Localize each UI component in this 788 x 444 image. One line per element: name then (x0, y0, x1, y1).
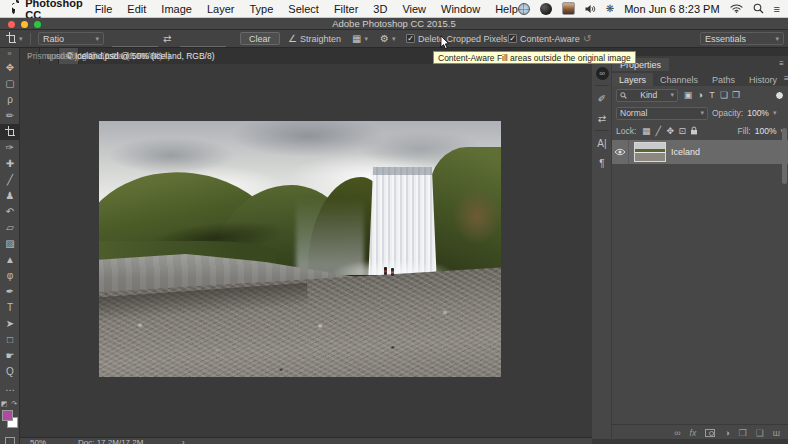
reset-crop-icon[interactable]: ↺ (583, 33, 591, 44)
app-status-icon[interactable] (540, 3, 552, 15)
canvas-area[interactable]: 50% Doc: 17.2M/17.2M › (20, 64, 592, 444)
filter-type-layers-icon[interactable]: T (706, 90, 718, 100)
menu-type[interactable]: Type (249, 3, 273, 15)
zoom-tool[interactable]: Q (0, 364, 20, 380)
character-panel[interactable]: A| (592, 133, 612, 153)
filter-adjustment-layers-icon[interactable]: ◑ (694, 90, 706, 100)
screen-mode-button[interactable] (5, 437, 15, 444)
workspace-switcher[interactable]: Essentials▾ (700, 32, 784, 45)
tab-layers[interactable]: Layers (612, 73, 653, 86)
crop-settings-button[interactable]: ⚙▾ (380, 33, 395, 44)
history-brush-tool[interactable]: ↶ (0, 204, 20, 220)
fan-menu-icon[interactable]: ❋ (606, 3, 614, 14)
swap-dimensions-icon[interactable]: ⇄ (163, 33, 171, 44)
filter-pixel-layers-icon[interactable]: ▣ (682, 90, 694, 100)
layer-filter-toggle[interactable] (775, 91, 784, 100)
fill-value[interactable]: 100% (755, 126, 777, 136)
clone-stamp-tool[interactable]: ♟ (0, 188, 20, 204)
menu-edit[interactable]: Edit (127, 3, 146, 15)
wifi-icon[interactable] (730, 4, 743, 13)
notification-center-icon[interactable]: ≡ (774, 3, 780, 15)
link-layers-icon[interactable]: ∞ (674, 428, 680, 438)
quick-selection-tool[interactable]: ✏ (0, 108, 20, 124)
straighten-button[interactable]: ∠ Straighten (288, 33, 341, 44)
content-aware-checkbox[interactable]: ✓ Content-Aware (508, 34, 580, 44)
type-tool[interactable]: T (0, 300, 20, 316)
edit-toolbar[interactable]: … (0, 380, 20, 396)
eraser-tool[interactable]: ▱ (0, 220, 20, 236)
move-tool[interactable]: ✥ (0, 60, 20, 76)
lock-image-pixels-icon[interactable]: ╱ (652, 126, 664, 137)
shape-tool[interactable]: □ (0, 332, 20, 348)
clear-button[interactable]: Clear (240, 32, 280, 45)
new-adjustment-layer-icon[interactable]: ◑ (724, 428, 729, 438)
document-tab-1[interactable]: ×Prism.psd @ 100% (Iceland, RGB/8#) (20, 48, 40, 64)
tab-paths[interactable]: Paths (705, 73, 742, 86)
zoom-level[interactable]: 50% (30, 438, 46, 444)
marquee-tool[interactable]: ▢ (0, 76, 20, 92)
dodge-tool[interactable]: φ (0, 268, 20, 284)
chevron-down-icon[interactable]: ▾ (773, 109, 777, 117)
brushes-panel[interactable]: ✐ (592, 88, 612, 108)
tab-channels[interactable]: Channels (653, 73, 705, 86)
lock-all-icon[interactable] (688, 126, 700, 137)
delete-layer-icon[interactable]: ш (773, 428, 780, 438)
add-layer-mask-icon[interactable] (705, 429, 715, 437)
menu-window[interactable]: Window (441, 3, 480, 15)
menu-3d[interactable]: 3D (373, 3, 387, 15)
new-layer-icon[interactable]: ❏ (756, 428, 764, 438)
lasso-tool[interactable]: ρ (0, 92, 20, 108)
clone-source-panel[interactable]: ⇄ (592, 108, 612, 128)
user-avatar-icon[interactable] (562, 2, 575, 15)
panel-menu-icon[interactable]: ≡ (784, 74, 788, 83)
lock-artboard-icon[interactable]: ⊡ (676, 126, 688, 137)
layer-style-icon[interactable]: fx (690, 428, 697, 438)
layer-visibility-toggle[interactable] (612, 140, 629, 164)
creative-cloud-panel[interactable]: ∞ (592, 63, 612, 83)
menu-view[interactable]: View (402, 3, 426, 15)
collapse-toolbar-button[interactable]: » (0, 49, 19, 58)
apple-menu-icon[interactable] (12, 3, 15, 14)
opacity-value[interactable]: 100% (747, 108, 769, 118)
spot-healing-tool[interactable]: ✚ (0, 156, 20, 172)
brush-tool[interactable]: ╱ (0, 172, 20, 188)
gradient-tool[interactable]: ▨ (0, 236, 20, 252)
menu-image[interactable]: Image (161, 3, 192, 15)
path-selection-tool[interactable]: ➤ (0, 316, 20, 332)
menu-layer[interactable]: Layer (207, 3, 235, 15)
paragraph-panel[interactable]: ¶ (592, 153, 612, 173)
pen-tool[interactable]: ✒ (0, 284, 20, 300)
panel-menu-icon[interactable]: ≡ (779, 59, 784, 68)
lock-transparent-pixels-icon[interactable]: ▦ (640, 126, 652, 137)
new-group-icon[interactable]: ❒ (739, 428, 747, 438)
lock-position-icon[interactable]: ✥ (664, 126, 676, 137)
crop-height-input[interactable] (180, 36, 226, 47)
crop-tool[interactable] (0, 124, 20, 140)
filter-shape-layers-icon[interactable]: ❏ (718, 90, 730, 100)
swatch-controls[interactable]: ◩ ↷ (0, 400, 19, 408)
crop-overlay-options[interactable]: ▦▾ (352, 33, 368, 44)
panel-scrollbar[interactable] (782, 128, 787, 184)
hand-tool[interactable]: ☛ (0, 348, 20, 364)
iceland-photo[interactable] (99, 121, 501, 377)
spotlight-search-icon[interactable] (753, 3, 764, 14)
foreground-color-swatch[interactable] (2, 410, 13, 421)
layer-thumbnail[interactable] (634, 142, 666, 162)
delete-cropped-pixels-checkbox[interactable]: ✓ Delete Cropped Pixels (406, 34, 508, 44)
blur-tool[interactable]: ▲ (0, 252, 20, 268)
menu-select[interactable]: Select (288, 3, 319, 15)
menu-filter[interactable]: Filter (334, 3, 358, 15)
layer-row-iceland[interactable]: Iceland (612, 140, 788, 164)
color-swatches[interactable] (2, 410, 20, 430)
menu-clock[interactable]: Mon Jun 6 8:23 PM (624, 3, 719, 15)
filter-smart-objects-icon[interactable]: ❐ (730, 90, 742, 100)
layer-filter-kind-select[interactable]: Kind ▾ (616, 89, 678, 102)
globe-status-icon[interactable] (518, 3, 530, 15)
status-chevron-icon[interactable]: › (182, 438, 185, 444)
menu-help[interactable]: Help (495, 3, 518, 15)
volume-icon[interactable] (585, 4, 596, 14)
crop-ratio-select[interactable]: Ratio▾ (38, 32, 104, 45)
tab-history[interactable]: History (742, 73, 784, 86)
blend-mode-select[interactable]: Normal ▾ (616, 107, 708, 120)
crop-width-input[interactable] (112, 36, 158, 47)
